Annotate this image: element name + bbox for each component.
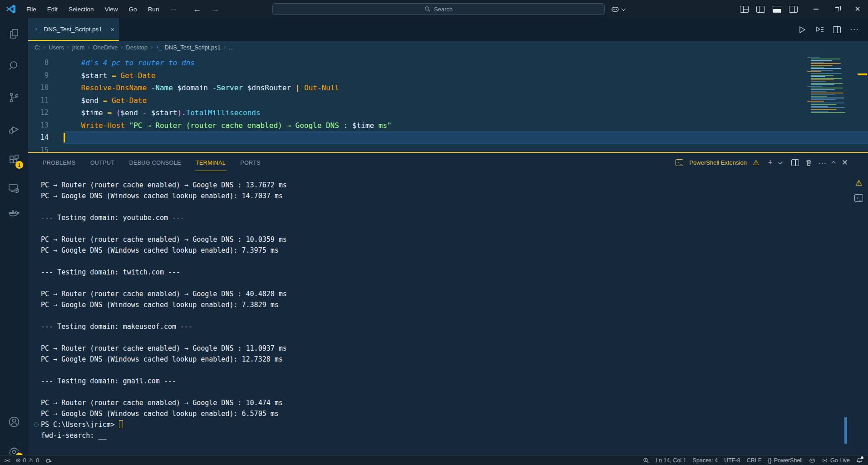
menu-item-run[interactable]: Run <box>143 4 164 15</box>
breadcrumb-item[interactable]: Desktop <box>126 44 148 51</box>
remote-explorer-icon[interactable] <box>8 182 20 195</box>
panel-tab-terminal[interactable]: TERMINAL <box>195 154 227 171</box>
copilot-menu[interactable] <box>611 0 625 18</box>
docker-icon[interactable] <box>8 207 20 220</box>
terminal-blank-line <box>28 365 848 376</box>
nav-back-icon[interactable]: ← <box>193 5 201 14</box>
window-restore-button[interactable] <box>826 0 847 18</box>
terminal-title[interactable]: PowerShell Extension <box>689 159 746 166</box>
terminal-tabs-column: ⚠ ›_ <box>849 173 868 455</box>
debug-status-icon[interactable] <box>45 457 52 464</box>
terminal-blank-line <box>28 278 848 289</box>
breadcrumb-item[interactable]: jricm <box>72 44 84 51</box>
status-bar: >< ⊗ 0 ⚠ 0 Ln 14, Col 1 Spaces: 4 UTF-8 … <box>0 455 868 465</box>
menu-item-selection[interactable]: Selection <box>64 4 99 15</box>
explorer-icon[interactable] <box>8 28 20 40</box>
menu-bar: FileEditSelectionViewGoRun··· <box>22 4 181 15</box>
terminal-warning-icon[interactable]: ⚠ <box>753 158 759 167</box>
remote-indicator[interactable]: >< <box>4 457 10 464</box>
menu-item-view[interactable]: View <box>100 4 123 15</box>
code-line-12: 12 $time = ($end - $start).TotalMillisec… <box>28 107 868 119</box>
panel-tab-output[interactable]: OUTPUT <box>89 154 116 171</box>
toggle-panel-icon[interactable] <box>773 6 781 13</box>
run-debug-icon[interactable] <box>8 123 20 136</box>
terminal-blank-line <box>28 310 848 321</box>
copilot-status-icon[interactable] <box>809 457 815 464</box>
customize-layout-icon[interactable] <box>740 6 749 13</box>
breadcrumb-item[interactable]: Users <box>49 44 64 51</box>
code-line-9: 9 $start = Get-Date <box>28 69 868 82</box>
toggle-sidebar-icon[interactable] <box>756 6 765 13</box>
terminal-blank-line <box>28 387 848 397</box>
split-editor-icon[interactable] <box>833 26 841 33</box>
terminal-scrollbar[interactable] <box>844 417 847 444</box>
window-minimize-button[interactable] <box>805 0 826 18</box>
toggle-secondary-sidebar-icon[interactable] <box>789 6 798 13</box>
editor-more-actions-icon[interactable]: ··· <box>850 25 859 34</box>
command-search-input[interactable]: Search <box>272 3 605 15</box>
code-editor[interactable]: 8 #d's 4 pc to router to dns9 $start = G… <box>28 54 868 152</box>
terminal-list-warning-icon[interactable]: ⚠ <box>855 178 862 188</box>
terminal-blank-line <box>28 201 848 212</box>
command-decoration-circle[interactable] <box>34 422 39 427</box>
title-bar: FileEditSelectionViewGoRun··· ← → Search… <box>0 0 868 18</box>
extensions-icon[interactable]: 1 <box>8 154 20 166</box>
terminal-line: PC → Google DNS (Windows cached lookup e… <box>28 245 848 256</box>
menu-item-file[interactable]: File <box>22 4 41 15</box>
panel-tabs: PROBLEMSOUTPUTDEBUG CONSOLETERMINALPORTS <box>42 154 261 171</box>
breadcrumb-separator: › <box>88 44 89 50</box>
vscode-window: FileEditSelectionViewGoRun··· ← → Search… <box>0 0 868 465</box>
notifications-bell-icon[interactable] <box>856 457 863 464</box>
chevron-down-icon <box>621 6 626 11</box>
panel-more-actions-icon[interactable]: ··· <box>819 159 827 166</box>
terminal-line: PC → Google DNS (Windows cached lookup e… <box>28 354 848 365</box>
panel-tab-problems[interactable]: PROBLEMS <box>42 154 77 171</box>
menu-item-go[interactable]: Go <box>124 4 142 15</box>
editor-tab[interactable]: ›_ DNS_Test_Script.ps1 × <box>28 18 119 41</box>
line-number: 12 <box>28 107 49 119</box>
nav-forward-icon[interactable]: → <box>211 5 219 14</box>
search-sidebar-icon[interactable] <box>8 59 20 72</box>
new-terminal-icon[interactable]: + <box>768 158 773 167</box>
maximize-panel-icon[interactable] <box>831 161 836 165</box>
terminal-cursor <box>119 420 123 428</box>
source-control-icon[interactable] <box>8 91 20 104</box>
terminal-list-item-icon[interactable]: ›_ <box>854 194 863 202</box>
terminal-line: PC → Google DNS (Windows cached lookup e… <box>28 408 848 419</box>
extensions-badge: 1 <box>15 161 23 169</box>
kill-terminal-icon[interactable] <box>805 159 813 166</box>
code-text: $time = ($end - $start).TotalMillisecond… <box>64 107 261 119</box>
zoom-status-icon[interactable] <box>643 457 649 464</box>
panel-tab-debug-console[interactable]: DEBUG CONSOLE <box>128 154 182 171</box>
cursor-position[interactable]: Ln 14, Col 1 <box>656 457 686 464</box>
warnings-icon: ⚠ <box>28 457 34 464</box>
split-terminal-icon[interactable] <box>791 159 799 166</box>
run-file-icon[interactable] <box>798 25 806 34</box>
breadcrumb-separator: › <box>67 44 69 50</box>
run-below-icon[interactable] <box>815 25 824 34</box>
close-panel-icon[interactable]: ✕ <box>842 158 848 167</box>
eol-sequence[interactable]: CRLF <box>747 457 762 464</box>
terminal-output[interactable]: PC → Router (router cache enabled) → Goo… <box>28 173 848 455</box>
breadcrumb-item[interactable]: OneDrive <box>93 44 118 51</box>
breadcrumb-suffix[interactable]: ... <box>229 44 234 51</box>
terminal-prompt: PS C:\Users\jricm> <box>41 421 115 429</box>
breadcrumb-file[interactable]: DNS_Test_Script.ps1 <box>164 44 221 51</box>
accounts-icon[interactable] <box>8 416 20 428</box>
indentation[interactable]: Spaces: 4 <box>693 457 718 464</box>
terminal-dropdown-icon[interactable] <box>778 160 782 164</box>
panel-tab-ports[interactable]: PORTS <box>239 154 261 171</box>
window-close-button[interactable]: ✕ <box>847 0 868 18</box>
menu-item-edit[interactable]: Edit <box>43 4 62 15</box>
breadcrumb-item[interactable]: C: <box>35 44 40 51</box>
language-mode[interactable]: {} PowerShell <box>768 457 803 464</box>
breadcrumb-separator: › <box>121 44 123 50</box>
minimap[interactable] <box>807 57 851 115</box>
go-live-button[interactable]: Go Live <box>822 457 850 464</box>
encoding[interactable]: UTF-8 <box>724 457 740 464</box>
menu-item-[interactable]: ··· <box>165 4 181 15</box>
tab-close-icon[interactable]: × <box>110 25 114 33</box>
problems-summary[interactable]: ⊗ 0 ⚠ 0 <box>15 457 39 464</box>
terminal-line: PC → Router (router cache enabled) → Goo… <box>28 397 848 408</box>
copilot-icon <box>611 5 620 14</box>
